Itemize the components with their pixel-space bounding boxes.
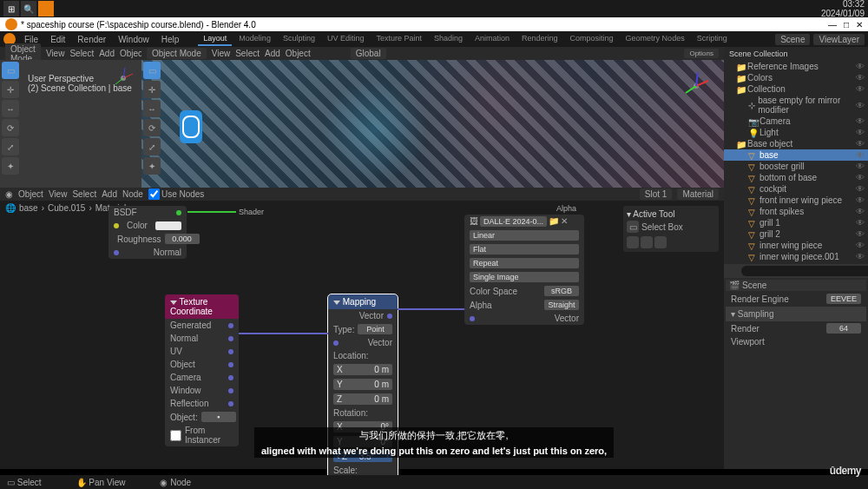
- scene-dropdown[interactable]: Scene: [775, 34, 810, 45]
- imgtex-interp[interactable]: Linear: [470, 230, 579, 241]
- imgtex-src[interactable]: Single Image: [470, 272, 579, 282]
- property-search[interactable]: [741, 266, 868, 276]
- imgtex-name[interactable]: DALL·E 2024-0...: [480, 216, 547, 227]
- windows-start-icon[interactable]: ⊞: [3, 1, 19, 17]
- tab-animation[interactable]: Animation: [470, 32, 515, 46]
- tab-layout[interactable]: Layout: [198, 32, 232, 46]
- ne-menu-select[interactable]: Select: [72, 189, 96, 199]
- eye-icon[interactable]: 👁: [856, 184, 865, 194]
- outliner-item[interactable]: ▽base👁: [724, 149, 868, 161]
- sel-mode-2[interactable]: [641, 236, 653, 248]
- imgtex-open-icon[interactable]: 📁: [549, 216, 559, 227]
- outliner-item[interactable]: 📷Camera👁: [724, 116, 868, 127]
- outliner[interactable]: Scene Collection 📁Reference Images👁📁Colo…: [724, 47, 868, 264]
- material-dropdown[interactable]: Material: [677, 188, 719, 200]
- tc-object-socket[interactable]: [228, 362, 233, 367]
- roughness-field[interactable]: 0.000: [165, 234, 200, 244]
- vp2-mode-dropdown[interactable]: Object Mode: [147, 48, 207, 59]
- eye-icon[interactable]: 👁: [856, 218, 865, 228]
- eye-icon[interactable]: 👁: [856, 162, 865, 171]
- tool-rotate[interactable]: ⟳: [2, 119, 19, 136]
- tool-select-box[interactable]: ▭: [2, 62, 19, 79]
- sampling-header[interactable]: ▾ Sampling: [726, 307, 866, 321]
- tool-cursor[interactable]: ✛: [2, 81, 19, 98]
- outliner-item[interactable]: ▽grill 1👁: [724, 217, 868, 228]
- eye-icon[interactable]: 👁: [856, 195, 865, 205]
- tc-camera-socket[interactable]: [228, 375, 233, 380]
- eye-icon[interactable]: 👁: [856, 229, 865, 239]
- vp2-menu-select[interactable]: Select: [235, 49, 260, 58]
- vp2-global[interactable]: Global: [351, 48, 386, 59]
- vp2-options[interactable]: Options: [684, 49, 719, 58]
- ne-menu-node[interactable]: Node: [122, 189, 143, 199]
- vp1-menu-view[interactable]: View: [46, 49, 65, 58]
- tab-modeling[interactable]: Modeling: [233, 32, 276, 46]
- eye-icon[interactable]: 👁: [856, 252, 865, 261]
- mapping-vecin-socket[interactable]: [333, 340, 339, 346]
- vp1-menu-select[interactable]: Select: [69, 49, 94, 58]
- color-socket[interactable]: [114, 223, 119, 228]
- imgtex-proj[interactable]: Flat: [470, 244, 579, 254]
- vp2-menu-add[interactable]: Add: [265, 49, 280, 58]
- crumb-cube[interactable]: Cube.015: [48, 203, 85, 213]
- outliner-item[interactable]: ▽inner wing piece👁: [724, 240, 868, 251]
- properties-panel[interactable]: 🎬Scene Render EngineEEVEE ▾ Sampling Ren…: [724, 278, 868, 469]
- eye-icon[interactable]: 👁: [856, 241, 865, 250]
- viewport-1[interactable]: ▭ ✛ ↔ ⟳ ⤢ ✦ User Perspective (2) Scene C…: [0, 60, 141, 188]
- eye-icon[interactable]: 👁: [856, 62, 865, 71]
- outliner-item[interactable]: ▽front inner wing piece👁: [724, 195, 868, 206]
- search-icon[interactable]: 🔍: [21, 1, 36, 17]
- tool-transform[interactable]: ✦: [2, 157, 19, 175]
- eye-icon[interactable]: 👁: [856, 128, 865, 137]
- engine-dropdown[interactable]: EEVEE: [826, 294, 861, 304]
- tc-reflection-socket[interactable]: [228, 401, 233, 406]
- outliner-item[interactable]: 📁Collection👁: [724, 83, 868, 95]
- tab-texpaint[interactable]: Texture Paint: [371, 32, 427, 46]
- outliner-item[interactable]: ⊹base empty for mirror modifier👁: [724, 95, 868, 116]
- from-instancer-checkbox[interactable]: [170, 430, 181, 441]
- blender-taskbar-icon[interactable]: [38, 1, 54, 17]
- outliner-item[interactable]: ▽inner wing piece.001👁: [724, 251, 868, 262]
- viewlayer-dropdown[interactable]: ViewLayer: [813, 34, 865, 45]
- vp1-gizmo[interactable]: [110, 65, 136, 91]
- bsdf-socket[interactable]: [176, 210, 181, 215]
- ne-menu-view[interactable]: View: [49, 189, 68, 199]
- outliner-item[interactable]: ▽grill 2👁: [724, 228, 868, 240]
- imgtex-vector-socket[interactable]: [470, 316, 475, 321]
- sel-mode-3[interactable]: [654, 236, 667, 248]
- tc-window-socket[interactable]: [228, 388, 233, 393]
- vp2-tool-select[interactable]: ▭: [143, 62, 161, 79]
- tool-move[interactable]: ↔: [2, 100, 19, 117]
- tab-scripting[interactable]: Scripting: [692, 32, 733, 46]
- maximize-icon[interactable]: □: [844, 20, 849, 30]
- outliner-item[interactable]: 📁Colors👁: [724, 72, 868, 83]
- imgtex-alpha[interactable]: Straight: [544, 300, 579, 310]
- eye-icon[interactable]: 👁: [856, 84, 865, 94]
- eye-icon[interactable]: 👁: [856, 73, 865, 83]
- tab-geonodes[interactable]: Geometry Nodes: [621, 32, 690, 46]
- render-samples[interactable]: 64: [826, 323, 861, 334]
- vp2-tool-rotate[interactable]: ⟳: [143, 119, 161, 136]
- imgtex-cs[interactable]: sRGB: [544, 286, 579, 296]
- mapping-vecout-socket[interactable]: [387, 314, 392, 319]
- vp2-gizmo[interactable]: [679, 69, 713, 103]
- menu-window[interactable]: Window: [113, 33, 155, 46]
- tc-obj-field[interactable]: ▪: [201, 412, 236, 422]
- vp1-menu-add[interactable]: Add: [99, 49, 115, 58]
- eye-icon[interactable]: 👁: [856, 116, 865, 126]
- texcoord-collapse-icon[interactable]: [170, 301, 177, 305]
- vp2-menu-view[interactable]: View: [212, 49, 231, 58]
- vp2-tool-transform[interactable]: ✦: [143, 157, 161, 175]
- eye-icon[interactable]: 👁: [856, 139, 865, 149]
- slot-dropdown[interactable]: Slot 1: [640, 188, 673, 200]
- use-nodes-checkbox[interactable]: [148, 188, 160, 200]
- close-icon[interactable]: ✕: [856, 20, 863, 30]
- eye-icon[interactable]: 👁: [856, 150, 865, 160]
- tab-uvediting[interactable]: UV Editing: [322, 32, 370, 46]
- tab-compositing[interactable]: Compositing: [565, 32, 619, 46]
- menu-help[interactable]: Help: [156, 33, 185, 46]
- tool-scale[interactable]: ⤢: [2, 138, 19, 155]
- mapping-locy[interactable]: 0 m: [374, 380, 389, 389]
- menu-edit[interactable]: Edit: [45, 33, 70, 46]
- tc-normal-socket[interactable]: [228, 336, 233, 341]
